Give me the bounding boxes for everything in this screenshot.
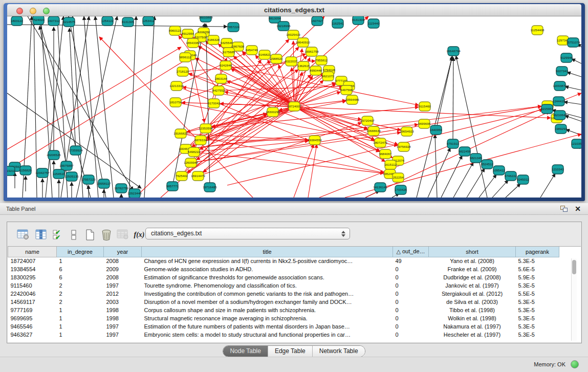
network-node[interactable]: 12505135 xyxy=(64,172,79,181)
network-node[interactable]: 1989293 xyxy=(555,124,568,134)
table-header-row[interactable]: namein_degreeyeartitle△ out_de…shortpage… xyxy=(8,247,581,257)
column-header-year[interactable]: year xyxy=(104,247,142,257)
network-node[interactable]: 19166827 xyxy=(173,129,188,138)
column-header-in_degree[interactable]: in_degree xyxy=(57,247,104,257)
network-node[interactable]: 1095412 xyxy=(493,166,506,175)
row-height-icon[interactable] xyxy=(67,228,80,241)
network-node[interactable]: 3919211 xyxy=(7,166,15,176)
network-node[interactable]: 8960123 xyxy=(169,26,182,35)
column-header-name[interactable]: name xyxy=(8,247,57,257)
close-panel-icon[interactable]: ✕ xyxy=(575,205,581,213)
network-node[interactable]: 17957223 xyxy=(81,175,96,184)
column-header-title[interactable]: title xyxy=(142,247,393,257)
network-node[interactable]: 19975887 xyxy=(59,161,74,170)
table-select-dropdown[interactable]: citations_edges.txt xyxy=(145,228,350,239)
network-node[interactable]: 9325546 xyxy=(221,38,233,48)
table-row[interactable]: 1456911722003Disruption of a novel membe… xyxy=(8,298,581,306)
network-node[interactable]: 9215953 xyxy=(541,104,554,114)
network-node[interactable]: 9115460 xyxy=(419,102,431,111)
network-node[interactable]: 12093872 xyxy=(553,81,567,91)
network-node[interactable]: 9175685 xyxy=(223,48,235,57)
network-node[interactable]: 18724007 xyxy=(287,102,301,111)
network-node[interactable]: 9857771 xyxy=(166,182,179,191)
function-builder-icon[interactable]: f(x) xyxy=(133,228,146,241)
network-node[interactable]: 1810754 xyxy=(169,98,182,107)
new-document-icon[interactable] xyxy=(83,228,97,241)
network-node[interactable]: 7857224 xyxy=(227,23,240,32)
table-row[interactable]: 1938455462009Genome-wide association stu… xyxy=(8,265,581,273)
network-node[interactable]: 20206526 xyxy=(47,150,61,160)
network-node[interactable]: 8912954 xyxy=(182,29,194,38)
network-node[interactable]: 5498222 xyxy=(188,147,201,157)
tab-edge-table[interactable]: Edge Table xyxy=(268,346,312,357)
network-node[interactable]: 2718120 xyxy=(177,67,189,76)
network-node[interactable]: 6746222 xyxy=(505,171,517,181)
table-row[interactable]: 1872400712008Changes of HCN gene express… xyxy=(8,257,581,265)
network-node[interactable]: 9227343 xyxy=(556,67,569,76)
network-node[interactable]: 16210643 xyxy=(553,111,567,120)
network-node[interactable]: 1615112 xyxy=(384,160,397,169)
network-node[interactable]: 8990448 xyxy=(310,66,322,75)
network-node[interactable]: 1803122 xyxy=(11,16,24,26)
network-node[interactable]: 9822456 xyxy=(459,147,471,156)
network-node[interactable]: 15720407 xyxy=(360,116,375,125)
network-node[interactable]: 8427552 xyxy=(212,86,225,95)
network-node[interactable]: 12609948 xyxy=(184,158,198,167)
select-rows-icon[interactable]: ✔✔ xyxy=(51,228,64,241)
vertical-scrollbar[interactable] xyxy=(571,258,577,341)
network-node[interactable]: 17359924 xyxy=(69,146,83,155)
network-node[interactable]: 16961758 xyxy=(304,47,319,56)
column-header-out_de[interactable]: △ out_de… xyxy=(393,247,429,257)
network-node[interactable]: 9699695 xyxy=(418,119,431,128)
network-node[interactable]: 11254408 xyxy=(530,26,545,35)
network-node[interactable]: 19218996 xyxy=(276,21,291,31)
network-node[interactable]: 6791913 xyxy=(447,139,460,148)
network-node[interactable]: 1588520 xyxy=(270,54,283,63)
network-node[interactable]: 19654923 xyxy=(400,127,414,136)
network-node[interactable]: 12923448 xyxy=(127,189,142,198)
network-node[interactable]: 16033809 xyxy=(199,16,213,22)
network-node[interactable]: 9896112 xyxy=(179,53,191,62)
network-node[interactable]: 9242848 xyxy=(220,61,232,70)
network-node[interactable]: 1156829 xyxy=(19,166,32,175)
network-node[interactable]: 9129946 xyxy=(560,53,573,62)
network-node[interactable]: 12353594 xyxy=(199,124,213,133)
network-node[interactable]: 19756928 xyxy=(397,142,411,151)
table-row[interactable]: 946554611997Estimation of the future num… xyxy=(8,322,581,331)
network-node[interactable]: 1210352 xyxy=(571,139,581,148)
network-node[interactable]: 19384554 xyxy=(308,136,322,145)
network-node[interactable]: 1115440 xyxy=(367,19,380,28)
table-mode-icon[interactable] xyxy=(16,228,30,241)
column-header-pagerank[interactable]: pagerank xyxy=(516,247,559,257)
network-node[interactable]: 9245012 xyxy=(517,175,530,184)
network-canvas[interactable]: 1872400718300295193845548960123891295482… xyxy=(7,16,581,198)
network-window-titlebar[interactable]: citations_edges.txt xyxy=(7,4,581,16)
network-node[interactable]: 18640910 xyxy=(296,38,310,47)
network-node[interactable]: 9214575 xyxy=(63,17,76,27)
tab-network-table[interactable]: Network Table xyxy=(312,346,365,357)
table-row[interactable]: 2242004622012Investigating the contribut… xyxy=(8,290,581,298)
network-node[interactable]: 8454749 xyxy=(246,46,258,55)
network-node[interactable]: 1253412 xyxy=(142,16,155,26)
network-node[interactable]: 1640954 xyxy=(430,125,443,135)
network-node[interactable]: 9146821 xyxy=(258,50,271,59)
network-node[interactable]: 12342757 xyxy=(35,168,50,178)
network-node[interactable]: 1162541 xyxy=(332,19,344,28)
network-node[interactable]: 10688639 xyxy=(366,126,381,136)
network-node[interactable]: 8524512 xyxy=(481,160,494,169)
network-node[interactable]: 16648794 xyxy=(446,47,461,56)
network-node[interactable]: 15751074 xyxy=(566,38,580,47)
network-node[interactable]: 1362615 xyxy=(297,61,310,71)
table-row[interactable]: 969969511998Structural magnetic resonanc… xyxy=(8,314,581,322)
table-row[interactable]: 946362711997Embryonic stem cells: a mode… xyxy=(8,331,581,339)
network-node[interactable]: 14136141 xyxy=(373,183,387,192)
network-node[interactable]: 18300295 xyxy=(266,107,280,117)
network-node[interactable]: 18072479 xyxy=(373,138,387,147)
table-row[interactable]: 911546021997Tourette syndrome. Phenomeno… xyxy=(8,281,581,290)
delete-table-icon[interactable] xyxy=(116,228,129,241)
scrollbar-thumb[interactable] xyxy=(572,260,576,274)
delete-icon[interactable] xyxy=(100,228,113,241)
network-node[interactable]: 1154519 xyxy=(53,169,65,179)
network-node[interactable]: 9621072 xyxy=(322,72,335,81)
network-node[interactable]: 16543382 xyxy=(186,38,200,48)
